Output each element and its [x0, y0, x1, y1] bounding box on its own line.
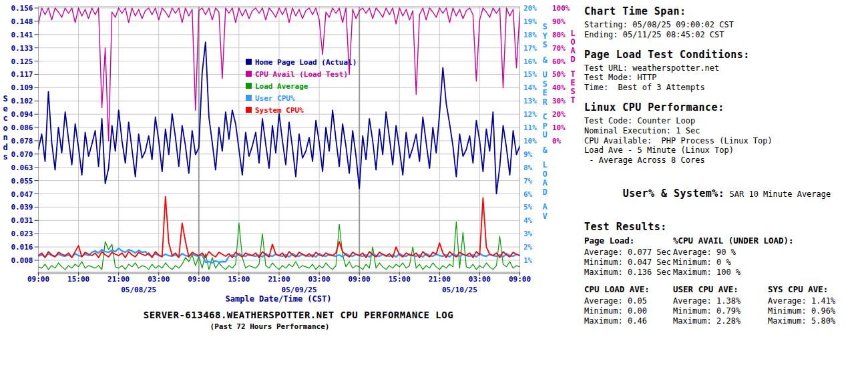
- axis-tick-label: 0.156: [11, 4, 33, 13]
- axis-tick-label: 21:00: [268, 275, 290, 284]
- result-line: Maximum: 2.28%: [673, 316, 768, 326]
- result-group-cpu-avail: %CPU AVAIL (UNDER LOAD): Average: 90 % M…: [673, 236, 866, 278]
- result-line: Average: 90 %: [673, 248, 866, 258]
- axis-tick-label: 6%: [523, 190, 533, 199]
- results-row-2: CPU LOAD AVE: Average: 0.05 Minimum: 0.0…: [584, 284, 866, 326]
- info-line: Test Code: Counter Loop: [584, 116, 866, 126]
- result-group-title: %CPU AVAIL (UNDER LOAD):: [673, 236, 866, 246]
- axis-tick-label: 0.055: [11, 177, 33, 186]
- axis-tick-label: &: [542, 145, 548, 155]
- axis-tick-label: 09:00: [27, 275, 49, 284]
- axis-tick-label: 14%: [523, 83, 537, 92]
- axis-tick-label: 21:00: [107, 275, 130, 284]
- legend-swatch-home-page-load: [246, 59, 252, 65]
- section-test-results: Test Results: Page Load: Average: 0.077 …: [584, 221, 866, 326]
- info-line: - Average Across 8 Cores: [584, 155, 866, 165]
- info-line: Test Mode: HTTP: [584, 73, 866, 83]
- axis-tick-label: 17%: [523, 44, 537, 53]
- axis-tick-label: 40%: [552, 83, 566, 92]
- axis-tick-label: 7%: [523, 177, 533, 186]
- legend-swatch-system-cpu: [246, 107, 252, 113]
- axis-tick-label: 21:00: [429, 275, 451, 284]
- axis-tick-label: o: [3, 123, 7, 133]
- performance-chart: Sample Date/Time (CST) SERVER-613468.WEA…: [0, 0, 584, 367]
- axis-tick-label: 05/09/25: [282, 286, 317, 294]
- axis-tick-label: 0.148: [11, 17, 33, 26]
- axis-tick-label: P: [542, 121, 547, 131]
- axis-tick-label: A: [542, 178, 548, 188]
- result-line: Average: 0.05: [584, 296, 673, 306]
- result-line: Minimum: 0.00: [584, 306, 673, 316]
- info-line: Starting: 05/08/25 09:00:02 CST: [584, 20, 866, 30]
- result-line: Average: 1.41%: [768, 296, 866, 306]
- axis-tick-label: 0.070: [11, 150, 33, 159]
- axis-tick-label: n: [3, 133, 7, 142]
- result-group-title: CPU LOAD AVE:: [584, 284, 673, 294]
- section-chart-time-span: Chart Time Span: Starting: 05/08/25 09:0…: [584, 5, 866, 40]
- result-line: Minimum: 0.79%: [673, 306, 768, 316]
- axis-tick-label: 15:00: [228, 275, 250, 284]
- axis-tick-label: U: [542, 70, 547, 79]
- axis-tick-label: T: [570, 95, 575, 105]
- legend: Home Page Load (Actual)CPU Avail (Load T…: [246, 58, 357, 115]
- axis-tick-label: 10%: [552, 123, 566, 132]
- axis-tick-label: 30%: [552, 97, 566, 105]
- legend-label-user-cpu: User CPU%: [255, 94, 295, 103]
- axis-tick-label: 18%: [523, 31, 537, 39]
- axis-tick-label: 0.047: [11, 190, 33, 199]
- axis-tick-label: 09:00: [509, 275, 531, 284]
- axis-tick-label: 9%: [523, 150, 533, 159]
- section-user-system-pct: User% & System%: SAR 10 Minute Average: [584, 174, 866, 212]
- result-line: Minimum: 0.96%: [768, 306, 866, 316]
- axis-tick-label: D: [570, 55, 575, 64]
- axis-tick-label: 0.125: [11, 57, 33, 66]
- axis-tick-label: 100%: [552, 4, 570, 13]
- legend-label-cpu-avail: CPU Avail (Load Test): [255, 70, 348, 79]
- axis-tick-label: e: [3, 104, 7, 113]
- axis-tick-label: 16%: [523, 57, 537, 66]
- axis-tick-label: 09:00: [188, 275, 210, 284]
- axis-tick-label: R: [542, 97, 548, 107]
- axis-tick-label: 0.023: [11, 230, 33, 238]
- axis-tick-label: D: [542, 188, 547, 197]
- axis-tick-label: 90%: [552, 17, 566, 26]
- axis-tick-label: 8%: [523, 163, 533, 172]
- info-line: Load Ave - 5 Minute (Linux Top): [584, 145, 866, 155]
- info-line: Time: Best of 3 Attempts: [584, 83, 866, 93]
- axis-tick-label: 05/08/25: [121, 286, 156, 294]
- axis-tick-label: 15%: [523, 70, 537, 79]
- chart-subtitle: (Past 72 Hours Performance): [210, 322, 330, 331]
- axis-tick-label: 1%: [523, 256, 533, 265]
- axis-tick-label: 13%: [523, 97, 537, 105]
- axis-tick-label: O: [570, 37, 575, 47]
- axis-tick-label: O: [542, 169, 547, 179]
- axis-tick-label: S: [542, 40, 547, 49]
- axis-tick-label: 70%: [552, 44, 566, 53]
- axis-tick-label: V: [542, 212, 547, 221]
- axis-tick-label: E: [570, 78, 575, 87]
- result-line: Maximum: 0.136 Sec: [584, 268, 673, 278]
- axis-tick-label: 0.094: [11, 110, 33, 119]
- axis-tick-label: 0.141: [11, 31, 33, 39]
- legend-swatch-load-average: [246, 83, 252, 89]
- axis-tick-label: 19%: [523, 17, 537, 26]
- axis-tick-label: 2%: [523, 243, 533, 252]
- axis-tick-label: s: [3, 152, 7, 161]
- cpu-performance-log-page: Sample Date/Time (CST) SERVER-613468.WEA…: [0, 0, 868, 367]
- section-heading: Test Results:: [584, 221, 866, 233]
- axis-tick-label: 0.102: [11, 97, 33, 105]
- axis-tick-label: E: [542, 88, 547, 97]
- result-group-cpu-load-ave: CPU LOAD AVE: Average: 0.05 Minimum: 0.0…: [584, 284, 673, 326]
- axis-tick-label: 03:00: [469, 275, 491, 284]
- axis-tick-label: A: [542, 202, 548, 212]
- axis-tick-label: 0.133: [11, 44, 33, 53]
- axis-tick-label: 10%: [523, 137, 537, 145]
- result-line: Average: 0.077 Sec: [584, 248, 673, 258]
- axis-tick-label: U: [542, 130, 547, 139]
- axis-tick-label: 03:00: [308, 275, 331, 284]
- result-group-title: SYS CPU AVE:: [768, 284, 866, 294]
- info-line: SAR 10 Minute Average: [724, 190, 831, 199]
- axis-tick-label: &: [542, 55, 548, 65]
- section-linux-cpu-performance: Linux CPU Performance: Test Code: Counte…: [584, 101, 866, 165]
- axis-tick-label: S: [570, 87, 575, 96]
